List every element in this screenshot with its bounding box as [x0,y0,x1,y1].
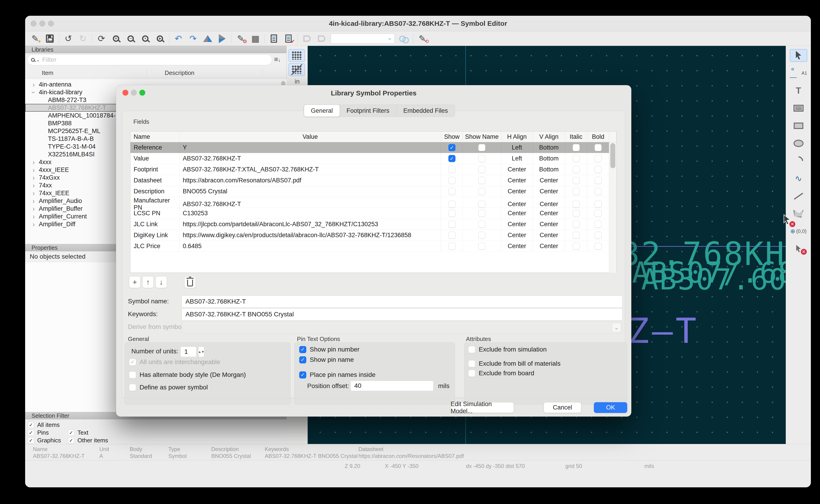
move-down-button[interactable]: ↓ [155,276,167,288]
sort-icon[interactable]: ≡↓ [274,55,281,63]
show-checkbox[interactable] [449,201,456,208]
grid-dots-icon[interactable] [288,49,305,62]
unit-select[interactable] [331,34,395,44]
place-pin-names-inside-row[interactable]: Place pin names inside [299,371,375,378]
minimize-window-icon[interactable] [39,21,45,26]
zoom-out-icon[interactable]: − [125,33,136,45]
polygon-tool-icon[interactable] [790,207,807,220]
show-name-checkbox[interactable] [478,166,486,173]
text-tool-icon[interactable]: T [790,84,807,97]
add-field-button[interactable]: + [129,276,140,288]
show-checkbox[interactable] [449,221,456,228]
italic-checkbox[interactable] [573,144,580,151]
italic-checkbox[interactable] [573,232,580,239]
de-morgan-alternate-icon[interactable] [316,33,327,45]
cancel-button[interactable]: Cancel [544,402,581,413]
italic-checkbox[interactable] [573,243,580,250]
save-icon[interactable] [44,33,55,45]
datasheet-icon[interactable] [268,33,279,45]
pin-tool-icon[interactable]: ⚬—A1 [790,67,807,79]
canvas-text[interactable]: AB307.60 [641,263,786,296]
show-checkbox[interactable] [449,155,456,162]
italic-checkbox[interactable] [573,155,580,162]
rectangle-tool-icon[interactable] [790,119,807,132]
bold-checkbox[interactable] [595,166,602,173]
mirror-horizontal-icon[interactable] [216,33,228,44]
mirror-vertical-icon[interactable] [202,33,213,45]
show-name-checkbox[interactable] [478,232,486,239]
move-up-button[interactable]: ↑ [142,276,154,288]
bold-checkbox[interactable] [595,210,602,217]
undo-icon[interactable]: ↺ [63,33,74,45]
arc-tool-icon[interactable] [790,155,807,167]
synchronized-pins-icon[interactable] [398,33,409,45]
show-name-checkbox[interactable] [478,210,486,217]
number-of-units-input[interactable]: 1 [180,347,196,357]
de-morgan-standard-icon[interactable] [301,33,312,45]
show-name-checkbox[interactable] [478,155,486,162]
bold-checkbox[interactable] [595,201,602,208]
all-units-interchangeable-row[interactable]: All units are interchangeable [129,358,220,366]
exclude-board-row[interactable]: Exclude from board [468,370,534,377]
italic-checkbox[interactable] [573,201,580,208]
show-name-checkbox[interactable] [478,201,486,208]
bold-checkbox[interactable] [595,232,602,239]
maximize-window-icon[interactable] [48,21,54,26]
show-name-checkbox[interactable] [478,188,486,195]
filter-text[interactable]: Text [68,429,88,436]
library-filter-input[interactable]: ⌄ Filter [27,54,272,65]
show-pin-name-row[interactable]: Show pin name [299,356,354,363]
delete-tool-icon[interactable]: ✕ [790,242,807,255]
show-checkbox[interactable] [449,188,456,195]
italic-checkbox[interactable] [573,188,580,195]
filter-graphics[interactable]: Graphics [28,437,61,444]
redo-icon[interactable]: ↻ [77,33,88,45]
grid-override-icon[interactable] [288,63,305,76]
derive-from-symbol-select[interactable]: ⌄ [182,321,623,333]
show-checkbox[interactable] [449,166,456,173]
bold-checkbox[interactable] [595,155,602,162]
zoom-to-fit-icon[interactable]: ▪ [140,33,151,45]
keywords-input[interactable]: ABS07-32.768KHZ-T BNO055 Crystal [182,308,623,320]
table-row[interactable]: JLC Linkhttps://jlcpcb.com/partdetail/Ab… [130,219,617,230]
select-cursor-icon[interactable] [790,49,807,62]
ok-button[interactable]: OK [594,402,627,413]
column-item[interactable]: Item [42,69,53,76]
symbol-checker-icon[interactable]: ✔ [283,33,294,45]
symbol-name-input[interactable]: ABS07-32.768KHZ-T [182,295,623,308]
show-name-checkbox[interactable] [478,177,486,184]
edit-reference-icon[interactable]: ✎⟲ [417,33,428,45]
bold-checkbox[interactable] [595,243,602,250]
exclude-simulation-row[interactable]: Exclude from simulation [468,346,547,353]
pin-table-icon[interactable]: ▦ [250,33,261,45]
show-name-checkbox[interactable] [478,243,486,250]
table-row[interactable]: DigiKey Linkhttps://www.digikey.ca/en/pr… [130,230,617,241]
table-row[interactable]: JLC Price0.6485 CenterCenter [130,241,617,252]
rotate-cw-icon[interactable]: ↷ [187,33,198,45]
show-name-checkbox[interactable] [478,221,486,228]
symbol-properties-icon[interactable]: ✎⚙ [235,33,246,45]
table-scrollbar[interactable] [609,142,617,273]
show-checkbox[interactable] [449,243,456,250]
show-checkbox[interactable] [449,177,456,184]
refresh-view-icon[interactable]: ⟳ [96,33,107,45]
power-symbol-row[interactable]: Define as power symbol [129,384,208,391]
show-checkbox[interactable] [449,144,456,151]
table-row[interactable]: FootprintABS07-32.768KHZ-T:XTAL_ABS07-32… [130,164,617,175]
bold-checkbox[interactable] [595,177,602,184]
close-window-icon[interactable] [31,21,37,26]
exclude-bom-row[interactable]: Exclude from bill of materials [468,360,561,367]
bold-checkbox[interactable] [595,188,602,195]
position-offset-input[interactable]: 40 [350,381,434,391]
bold-checkbox[interactable] [595,144,602,151]
number-of-units-stepper[interactable]: ▲▼ [198,347,204,357]
table-row[interactable]: Datasheethttps://abracon.com/Resonators/… [130,175,617,186]
textbox-tool-icon[interactable] [790,102,807,115]
italic-checkbox[interactable] [573,166,580,173]
table-row[interactable]: ReferenceY LeftBottom [130,142,617,153]
tab-footprint-filters[interactable]: Footprint Filters [340,105,396,117]
delete-field-button[interactable] [184,276,196,288]
tab-general[interactable]: General [304,105,340,117]
table-row[interactable]: Manufacturer PNABS07-32.768KHZ-T CenterC… [130,197,617,208]
zoom-to-selection-icon[interactable]: ➤ [154,33,165,45]
